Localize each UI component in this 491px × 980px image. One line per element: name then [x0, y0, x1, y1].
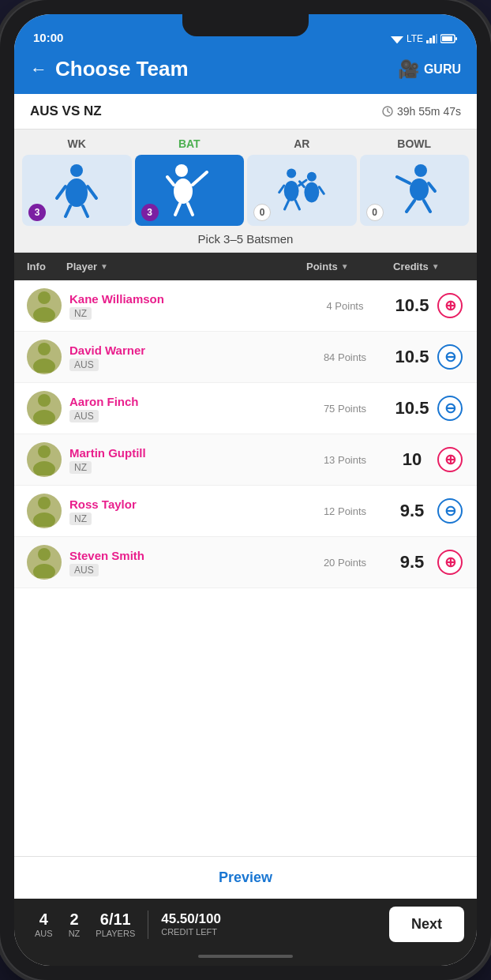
bat-player-icon — [166, 163, 213, 218]
position-bowl[interactable]: BOWL 0 — [360, 137, 470, 226]
player-country: AUS — [69, 359, 99, 371]
points-sort-icon[interactable]: ▼ — [341, 262, 349, 271]
status-icons: LTE — [391, 33, 458, 44]
svg-line-11 — [388, 111, 390, 113]
svg-line-16 — [66, 206, 70, 216]
match-bar: AUS VS NZ 39h 55m 47s — [14, 94, 477, 130]
guru-label[interactable]: GURU — [424, 62, 461, 77]
svg-line-14 — [57, 186, 66, 198]
header-left: ← Choose Team — [30, 57, 189, 81]
remove-player-button[interactable]: ⊖ — [437, 344, 463, 370]
pos-wk-label: WK — [68, 137, 86, 150]
player-info: Steven Smith AUS — [69, 549, 302, 576]
remove-player-button[interactable]: ⊖ — [437, 498, 463, 524]
svg-point-48 — [38, 497, 51, 509]
preview-section: Preview — [14, 856, 477, 899]
player-sort-icon[interactable]: ▼ — [100, 262, 108, 271]
back-button[interactable]: ← — [30, 59, 47, 80]
nz-stat: 2 NZ — [61, 911, 88, 938]
avatar-icon — [30, 341, 58, 373]
credits-sort-icon[interactable]: ▼ — [432, 262, 440, 271]
svg-point-51 — [33, 564, 55, 578]
credit-stat: 45.50/100 CREDIT LEFT — [153, 912, 229, 937]
svg-point-24 — [287, 169, 296, 178]
clock-icon — [382, 106, 393, 117]
svg-point-34 — [414, 164, 427, 177]
col-credits: Credits ▼ — [393, 261, 464, 272]
bottom-bar: 4 AUS 2 NZ 6/11 PLAYERS 45.50/100 CREDIT… — [14, 899, 477, 950]
svg-rect-8 — [455, 37, 457, 40]
pos-wk-badge: 3 — [28, 204, 46, 221]
app-header: ← Choose Team 🎥 GURU — [14, 49, 477, 94]
svg-point-43 — [33, 359, 55, 373]
position-wk[interactable]: WK 3 — [22, 137, 132, 226]
add-player-button[interactable]: ⊕ — [437, 550, 463, 575]
player-action: ⊕ — [436, 293, 464, 318]
player-points: 12 Points — [302, 505, 388, 517]
svg-point-42 — [38, 343, 51, 355]
wifi-icon — [391, 34, 403, 43]
position-ar[interactable]: AR 0 — [247, 137, 357, 226]
player-country: AUS — [69, 410, 99, 422]
svg-point-13 — [66, 178, 88, 207]
player-row: Ross Taylor NZ 12 Points 9.5 ⊖ — [14, 486, 477, 537]
svg-rect-5 — [436, 34, 437, 43]
pos-ar-label: AR — [294, 137, 309, 150]
player-info: Martin Guptill NZ — [69, 446, 302, 474]
avatar-icon — [30, 495, 58, 527]
player-action: ⊕ — [436, 447, 464, 472]
player-name: Aaron Finch — [69, 395, 302, 408]
preview-button[interactable]: Preview — [219, 869, 272, 886]
player-row: Steven Smith AUS 20 Points 9.5 ⊕ — [14, 537, 477, 588]
nz-label: NZ — [69, 929, 81, 938]
add-player-button[interactable]: ⊕ — [437, 293, 463, 318]
player-avatar — [27, 494, 62, 528]
lte-label: LTE — [407, 33, 423, 44]
avatar-icon — [30, 392, 58, 424]
pos-wk-icon[interactable]: 3 — [22, 155, 132, 226]
player-row: David Warner AUS 84 Points 10.5 ⊖ — [14, 332, 477, 383]
home-bar — [198, 955, 293, 958]
pos-bat-badge: 3 — [141, 204, 159, 221]
svg-line-29 — [296, 201, 300, 209]
credit-value: 45.50/100 — [161, 912, 221, 926]
svg-line-37 — [429, 183, 435, 191]
phone-screen: 10:00 LTE ← Choos — [14, 14, 477, 966]
svg-point-41 — [33, 307, 55, 321]
add-player-button[interactable]: ⊕ — [437, 447, 463, 472]
player-info: Aaron Finch AUS — [69, 395, 302, 422]
svg-line-21 — [193, 172, 207, 185]
next-button[interactable]: Next — [389, 907, 464, 942]
pos-bowl-badge: 0 — [366, 204, 384, 221]
player-info: Kane Williamson NZ — [69, 292, 302, 320]
table-header: Info Player ▼ Points ▼ Credits ▼ — [14, 253, 477, 280]
player-action: ⊖ — [436, 498, 464, 524]
match-timer: 39h 55m 47s — [382, 105, 461, 118]
avatar-icon — [30, 290, 58, 321]
remove-player-button[interactable]: ⊖ — [437, 396, 463, 421]
pos-ar-badge: 0 — [253, 204, 271, 221]
pos-bat-icon[interactable]: 3 — [135, 155, 245, 226]
player-points: 84 Points — [302, 351, 388, 363]
pos-ar-icon[interactable]: 0 — [247, 155, 357, 226]
player-row: Martin Guptill NZ 13 Points 10 ⊕ — [14, 434, 477, 486]
svg-point-18 — [175, 164, 188, 177]
timer-value: 39h 55m 47s — [397, 105, 461, 118]
svg-line-33 — [320, 187, 324, 194]
col-points: Points ▼ — [306, 261, 393, 272]
avatar-icon — [30, 546, 58, 578]
player-action: ⊖ — [436, 396, 464, 421]
position-bat[interactable]: BAT 3 — [135, 137, 245, 226]
player-action: ⊖ — [436, 344, 464, 370]
svg-marker-1 — [393, 39, 401, 43]
svg-point-45 — [33, 410, 55, 424]
player-credits: 10.5 — [388, 295, 436, 316]
player-country: NZ — [69, 513, 92, 525]
svg-line-39 — [424, 201, 430, 212]
pos-bowl-icon[interactable]: 0 — [360, 155, 470, 226]
player-credits: 9.5 — [388, 501, 436, 521]
wk-player-icon — [53, 163, 100, 218]
svg-point-35 — [410, 178, 429, 201]
player-list: Kane Williamson NZ 4 Points 10.5 ⊕ David… — [14, 280, 477, 856]
svg-point-19 — [174, 178, 193, 204]
